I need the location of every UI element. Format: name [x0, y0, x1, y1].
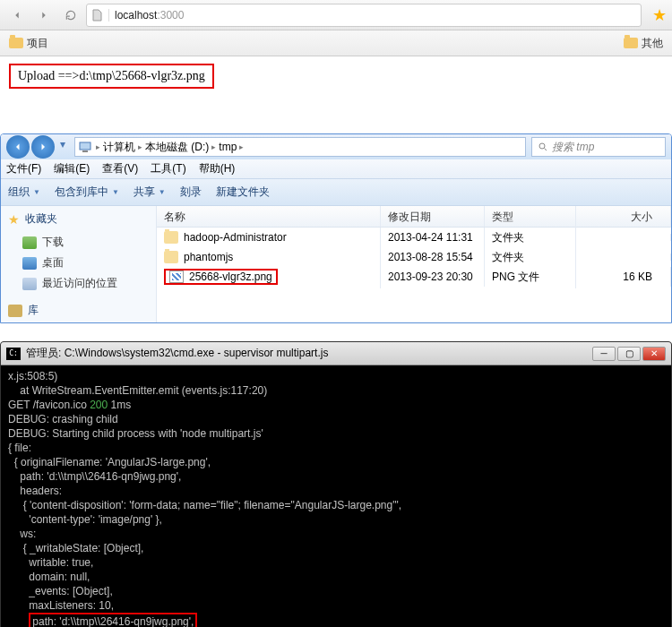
close-button[interactable]: ✕ — [642, 347, 666, 361]
cmd-window: C: 管理员: C:\Windows\system32\cmd.exe - su… — [0, 341, 672, 627]
explorer-window: ▾ ▸ 计算机 ▸ 本地磁盘 (D:) ▸ tmp ▸ 搜索 tmp 文件(F)… — [0, 133, 672, 323]
explorer-body: ★收藏夹 下载 桌面 最近访问的位置 库 名称 修改日期 类型 大小 hadoo… — [1, 206, 671, 322]
bookmark-other[interactable]: 其他 — [624, 36, 663, 51]
maximize-button[interactable]: ▢ — [617, 347, 641, 361]
star-icon: ★ — [8, 212, 20, 227]
svg-rect-0 — [80, 142, 90, 150]
svg-rect-1 — [82, 150, 88, 152]
bc-item[interactable]: tmp — [219, 141, 237, 153]
explorer-commandbar: 组织▼ 包含到库中▼ 共享▼ 刻录 新建文件夹 — [1, 179, 671, 206]
file-size: 16 KB — [576, 267, 671, 287]
file-type: PNG 文件 — [485, 266, 576, 288]
file-icon — [92, 9, 109, 21]
bookmark-label: 其他 — [642, 36, 663, 51]
cmd-include[interactable]: 包含到库中▼ — [55, 185, 119, 200]
menu-tools[interactable]: 工具(T) — [151, 161, 185, 176]
sidebar-favorites[interactable]: ★收藏夹 — [8, 211, 149, 227]
bookmark-folder[interactable]: 项目 — [9, 36, 48, 51]
image-file-icon — [169, 271, 184, 283]
search-icon — [538, 142, 548, 152]
bc-item[interactable]: 本地磁盘 (D:) — [145, 140, 209, 155]
window-controls: ─ ▢ ✕ — [592, 347, 666, 361]
col-name[interactable]: 名称 — [157, 206, 381, 227]
page-content: Upload ==>d:\tmp\25668-vlgr3z.png — [0, 56, 672, 96]
cmd-burn[interactable]: 刻录 — [180, 185, 202, 200]
cmd-title-text: 管理员: C:\Windows\system32\cmd.exe - super… — [26, 346, 328, 361]
explorer-titlebar: ▾ ▸ 计算机 ▸ 本地磁盘 (D:) ▸ tmp ▸ 搜索 tmp — [1, 134, 671, 159]
svg-point-2 — [539, 143, 545, 149]
forward-button[interactable] — [32, 4, 56, 27]
file-date: 2013-04-24 11:31 — [381, 228, 485, 247]
bookmark-label: 项目 — [27, 36, 48, 51]
computer-icon — [79, 141, 93, 153]
address-bar[interactable]: localhost:3000 — [86, 4, 642, 27]
minimize-button[interactable]: ─ — [592, 347, 616, 361]
folder-icon — [164, 231, 178, 244]
breadcrumb[interactable]: ▸ 计算机 ▸ 本地磁盘 (D:) ▸ tmp ▸ — [74, 137, 526, 157]
file-size — [576, 253, 671, 261]
file-row[interactable]: phantomjs2013-08-28 15:54文件夹 — [157, 247, 671, 267]
file-name: phantomjs — [184, 251, 233, 263]
file-row[interactable]: 25668-vlgr3z.png2013-09-23 20:30PNG 文件16… — [157, 267, 671, 287]
file-date: 2013-08-28 15:54 — [381, 247, 485, 267]
menu-file[interactable]: 文件(F) — [6, 161, 41, 176]
desktop-icon — [22, 257, 37, 270]
browser-toolbar: localhost:3000 ★ — [0, 0, 672, 30]
cmd-output: x.js:508:5) at WriteStream.EventEmitter.… — [1, 365, 671, 627]
menu-help[interactable]: 帮助(H) — [199, 161, 236, 176]
col-size[interactable]: 大小 — [576, 206, 671, 227]
back-button[interactable] — [5, 4, 29, 27]
col-type[interactable]: 类型 — [485, 206, 576, 227]
recent-icon — [22, 278, 37, 290]
address-port: :3000 — [157, 9, 184, 21]
bookmark-bar: 项目 其他 — [0, 30, 672, 56]
reload-button[interactable] — [59, 4, 82, 27]
explorer-main: 名称 修改日期 类型 大小 hadoop-Administrator2013-0… — [157, 206, 671, 322]
file-name: hadoop-Administrator — [184, 231, 287, 244]
folder-icon — [164, 251, 178, 263]
address-host: localhost — [115, 9, 157, 21]
cmd-titlebar: C: 管理员: C:\Windows\system32\cmd.exe - su… — [1, 342, 671, 365]
sidebar-recent[interactable]: 最近访问的位置 — [8, 273, 149, 294]
folder-icon — [624, 38, 638, 48]
column-headers: 名称 修改日期 类型 大小 — [157, 206, 671, 228]
cmd-icon: C: — [6, 348, 21, 360]
sidebar-desktop[interactable]: 桌面 — [8, 253, 149, 273]
bc-item[interactable]: 计算机 — [103, 140, 135, 155]
cmd-share[interactable]: 共享▼ — [134, 185, 166, 200]
sidebar-library[interactable]: 库 — [8, 303, 149, 318]
explorer-nav: ▾ — [6, 135, 69, 159]
file-name: 25668-vlgr3z.png — [189, 271, 272, 283]
sidebar-downloads[interactable]: 下载 — [8, 232, 149, 253]
explorer-back-button[interactable] — [6, 135, 30, 159]
explorer-sidebar: ★收藏夹 下载 桌面 最近访问的位置 库 — [1, 206, 157, 322]
file-size — [576, 234, 671, 241]
explorer-menubar: 文件(F) 编辑(E) 查看(V) 工具(T) 帮助(H) — [1, 159, 671, 179]
file-list: hadoop-Administrator2013-04-24 11:31文件夹p… — [157, 228, 671, 287]
download-icon — [22, 236, 37, 249]
bookmark-star-icon[interactable]: ★ — [652, 5, 667, 25]
cmd-organize[interactable]: 组织▼ — [8, 185, 40, 200]
cmd-newfolder[interactable]: 新建文件夹 — [216, 185, 270, 200]
file-date: 2013-09-23 20:30 — [381, 267, 485, 287]
explorer-search[interactable]: 搜索 tmp — [531, 137, 666, 157]
explorer-history-dropdown[interactable]: ▾ — [56, 135, 69, 153]
search-placeholder: 搜索 tmp — [552, 140, 594, 155]
explorer-forward-button[interactable] — [31, 135, 55, 159]
col-date[interactable]: 修改日期 — [381, 206, 485, 227]
upload-result: Upload ==>d:\tmp\25668-vlgr3z.png — [9, 64, 214, 89]
library-icon — [8, 305, 22, 317]
browser-window: localhost:3000 ★ 项目 其他 — [0, 0, 672, 56]
folder-icon — [9, 38, 23, 48]
file-row[interactable]: hadoop-Administrator2013-04-24 11:31文件夹 — [157, 228, 671, 247]
menu-view[interactable]: 查看(V) — [102, 161, 138, 176]
menu-edit[interactable]: 编辑(E) — [54, 161, 90, 176]
